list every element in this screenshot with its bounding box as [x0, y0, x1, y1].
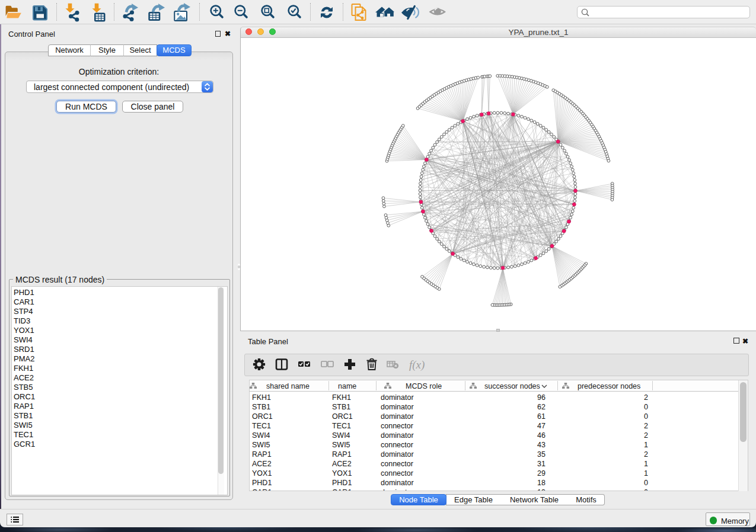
svg-text:f(x): f(x): [409, 358, 425, 371]
